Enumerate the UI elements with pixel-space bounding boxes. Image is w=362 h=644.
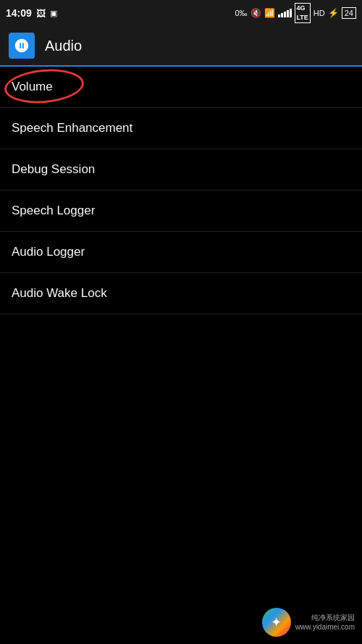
sim-icon: ▣ bbox=[50, 9, 57, 18]
hd-icon: HD bbox=[313, 9, 325, 17]
menu-item-label-audio-wake-lock: Audio Wake Lock bbox=[12, 286, 107, 301]
watermark-text: 纯净系统家园 www.yidaimei.com bbox=[295, 613, 355, 632]
charge-icon: ⚡ bbox=[328, 8, 339, 18]
mute-icon: 🔇 bbox=[251, 8, 261, 18]
status-time: 14:09 bbox=[6, 7, 32, 19]
menu-item-speech-enhancement[interactable]: Speech Enhancement bbox=[0, 108, 362, 149]
menu-list: VolumeSpeech EnhancementDebug SessionSpe… bbox=[0, 67, 362, 314]
watermark: ✦ 纯净系统家园 www.yidaimei.com bbox=[262, 608, 355, 637]
menu-item-speech-logger[interactable]: Speech Logger bbox=[0, 191, 362, 232]
watermark-icon: ✦ bbox=[262, 608, 291, 637]
menu-item-label-audio-logger: Audio Logger bbox=[12, 245, 85, 259]
status-left: 14:09 🖼 ▣ bbox=[6, 7, 57, 19]
app-title: Audio bbox=[45, 38, 82, 54]
app-icon bbox=[9, 33, 35, 59]
menu-item-label-volume: Volume bbox=[12, 80, 53, 94]
battery-level: 24 bbox=[342, 8, 356, 18]
signal-bars bbox=[278, 9, 292, 17]
menu-item-label-debug-session: Debug Session bbox=[12, 162, 95, 177]
menu-item-audio-logger[interactable]: Audio Logger bbox=[0, 232, 362, 273]
menu-item-audio-wake-lock[interactable]: Audio Wake Lock bbox=[0, 273, 362, 314]
menu-item-label-speech-logger: Speech Logger bbox=[12, 204, 95, 218]
menu-item-debug-session[interactable]: Debug Session bbox=[0, 149, 362, 191]
photo-icon: 🖼 bbox=[36, 8, 46, 19]
lte-badge: 4GLTE bbox=[295, 3, 311, 22]
wifi-icon: 📶 bbox=[264, 8, 275, 18]
status-bar: 14:09 🖼 ▣ 0‰ 🔇 📶 4GLTE HD ⚡ 24 bbox=[0, 0, 362, 26]
data-percent: 0‰ bbox=[235, 9, 247, 17]
menu-item-label-speech-enhancement: Speech Enhancement bbox=[12, 121, 132, 135]
menu-item-volume[interactable]: Volume bbox=[0, 67, 362, 108]
status-right: 0‰ 🔇 📶 4GLTE HD ⚡ 24 bbox=[235, 3, 356, 22]
app-header: Audio bbox=[0, 26, 362, 67]
